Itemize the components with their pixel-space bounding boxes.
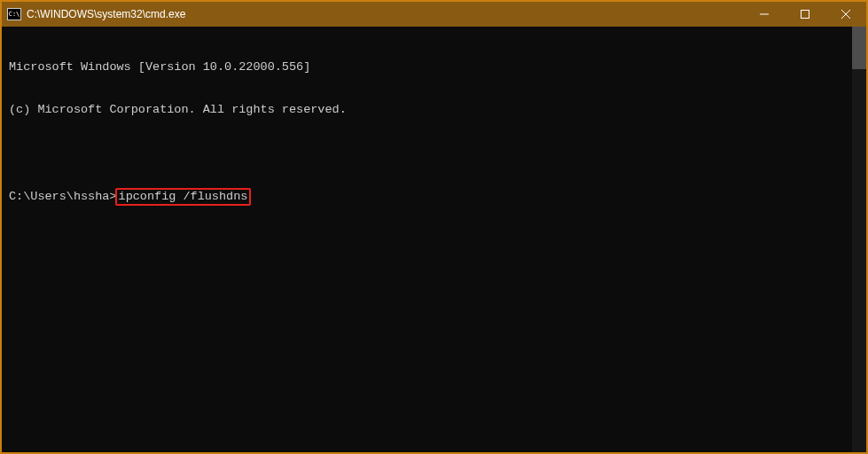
terminal-prompt-line: C:\Users\hssha>ipconfig /flushdns	[9, 188, 859, 206]
window-title: C:\WINDOWS\system32\cmd.exe	[27, 8, 744, 20]
terminal-line: Microsoft Windows [Version 10.0.22000.55…	[9, 60, 859, 74]
prompt-prefix: C:\Users\hssha>	[9, 190, 117, 203]
maximize-icon	[801, 10, 809, 19]
terminal-body[interactable]: Microsoft Windows [Version 10.0.22000.55…	[2, 27, 866, 452]
cmd-icon: C:\	[7, 8, 21, 20]
maximize-button[interactable]	[785, 2, 825, 27]
window-controls	[744, 2, 866, 27]
scroll-thumb[interactable]	[852, 27, 866, 69]
cmd-icon-text: C:\	[9, 12, 20, 18]
minimize-button[interactable]	[744, 2, 785, 27]
highlighted-command: ipconfig /flushdns	[115, 188, 252, 206]
minimize-icon	[760, 10, 769, 19]
cmd-window: C:\ C:\WINDOWS\system32\cmd.exe	[0, 0, 868, 454]
terminal-line: (c) Microsoft Corporation. All rights re…	[9, 103, 859, 117]
titlebar[interactable]: C:\ C:\WINDOWS\system32\cmd.exe	[2, 2, 866, 27]
close-button[interactable]	[825, 2, 866, 27]
close-icon	[841, 10, 850, 19]
terminal-line	[9, 145, 859, 160]
svg-rect-1	[802, 11, 809, 19]
scrollbar[interactable]	[852, 27, 866, 452]
